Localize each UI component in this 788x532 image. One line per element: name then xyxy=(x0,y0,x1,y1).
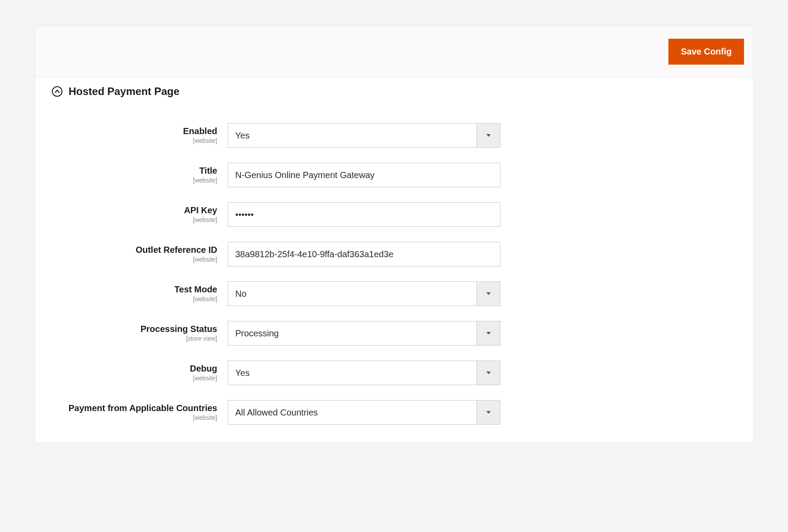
row-enabled: Enabled [website] Yes xyxy=(52,123,736,148)
countries-select[interactable]: All Allowed Countries xyxy=(228,400,500,425)
debug-select[interactable]: Yes xyxy=(228,361,500,385)
label-debug: Debug xyxy=(190,364,217,373)
row-processing: Processing Status [store view] Processin… xyxy=(52,321,736,346)
chevron-down-icon xyxy=(476,401,500,424)
test-mode-select[interactable]: No xyxy=(228,281,500,306)
save-config-button[interactable]: Save Config xyxy=(668,39,744,65)
row-test-mode: Test Mode [website] No xyxy=(52,281,736,306)
scope-api-key: [website] xyxy=(52,216,217,223)
label-api-key: API Key xyxy=(184,205,217,215)
config-panel: Save Config Hosted Payment Page Enabled … xyxy=(35,26,753,442)
scope-enabled: [website] xyxy=(52,137,217,144)
label-processing: Processing Status xyxy=(140,324,217,334)
scope-outlet: [website] xyxy=(52,256,217,263)
row-api-key: API Key [website] xyxy=(52,202,736,227)
row-countries: Payment from Applicable Countries [websi… xyxy=(52,400,736,425)
scope-debug: [website] xyxy=(52,375,217,382)
processing-select[interactable]: Processing xyxy=(228,321,500,346)
label-title: Title xyxy=(199,166,217,175)
scope-test-mode: [website] xyxy=(52,295,217,302)
chevron-down-icon xyxy=(476,124,500,147)
test-mode-value: No xyxy=(228,282,476,306)
label-outlet: Outlet Reference ID xyxy=(135,245,217,255)
panel-header: Save Config xyxy=(35,26,753,77)
processing-value: Processing xyxy=(228,321,476,345)
form-area: Enabled [website] Yes Title [website] xyxy=(35,101,753,442)
row-title: Title [website] xyxy=(52,163,736,187)
countries-value: All Allowed Countries xyxy=(228,401,476,424)
label-countries: Payment from Applicable Countries xyxy=(69,403,217,413)
row-debug: Debug [website] Yes xyxy=(52,361,736,385)
scope-title: [website] xyxy=(52,177,217,184)
scope-countries: [website] xyxy=(52,414,217,421)
section-title: Hosted Payment Page xyxy=(69,85,179,98)
collapse-icon[interactable] xyxy=(52,86,62,97)
row-outlet: Outlet Reference ID [website] xyxy=(52,242,736,266)
label-enabled: Enabled xyxy=(183,126,217,136)
debug-value: Yes xyxy=(228,361,476,385)
label-test-mode: Test Mode xyxy=(175,284,217,294)
scope-processing: [store view] xyxy=(52,335,217,342)
enabled-value: Yes xyxy=(228,124,476,147)
api-key-input[interactable] xyxy=(228,202,500,227)
section-header[interactable]: Hosted Payment Page xyxy=(35,77,753,101)
enabled-select[interactable]: Yes xyxy=(228,123,500,148)
chevron-down-icon xyxy=(476,282,500,306)
chevron-down-icon xyxy=(476,321,500,345)
title-input[interactable] xyxy=(228,163,500,187)
outlet-input[interactable] xyxy=(228,242,500,266)
chevron-down-icon xyxy=(476,361,500,385)
